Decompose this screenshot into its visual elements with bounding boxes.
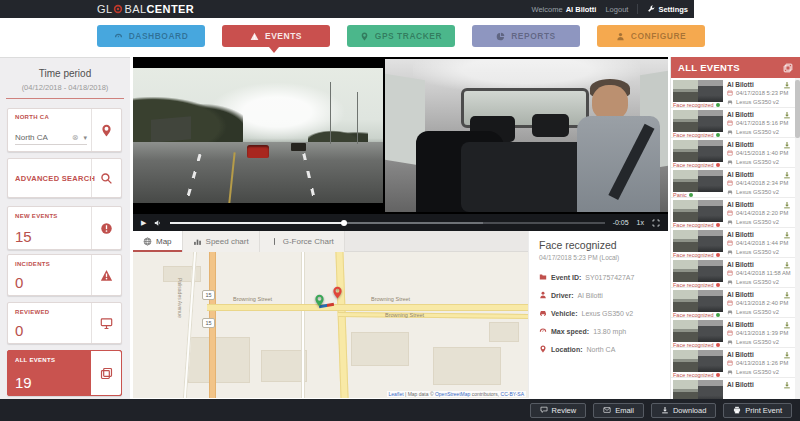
event-type-label: Face recognized [673, 312, 720, 318]
event-type-label: Face recognized [673, 102, 720, 108]
event-list-item[interactable]: Face recognizedAl Bilotti04/13/2018 2:40… [671, 288, 795, 318]
scrollbar-thumb[interactable] [795, 80, 800, 138]
playback-speed[interactable]: 1x [637, 219, 644, 226]
location-select[interactable]: North CA [15, 133, 87, 145]
event-datetime: 04/13/2018 1:39 PM [727, 330, 788, 336]
field-value: North CA [587, 346, 616, 353]
download-button[interactable]: Download [651, 403, 716, 418]
all-events-title: ALL EVENTS [678, 62, 740, 73]
event-type-label: Face recognized [673, 222, 720, 228]
tab-g-force-chart[interactable]: G-Force Chart [260, 231, 345, 252]
event-list-item[interactable]: Face recognizedAl Bilotti04/14/2018 11:5… [671, 258, 795, 288]
search-icon [100, 172, 113, 185]
car-icon [727, 189, 733, 195]
all-events-card[interactable]: ALL EVENTS 19 [7, 350, 122, 396]
download-icon[interactable] [783, 141, 791, 149]
nav-tab-configure[interactable]: CONFIGURE [597, 25, 705, 47]
download-icon[interactable] [783, 351, 791, 359]
settings-label: Settings [658, 5, 688, 14]
download-icon[interactable] [783, 321, 791, 329]
event-list-item[interactable]: Face recognizedAl Bilotti04/17/2018 5:23… [671, 78, 795, 108]
event-driver-name: Al Bilotti [727, 201, 754, 208]
route-shield: 15 [202, 290, 215, 300]
download-icon[interactable] [783, 291, 791, 299]
event-list-item[interactable]: PanicAl Bilotti04/14/2018 2:34 PMLexus G… [671, 168, 795, 198]
volume-icon[interactable] [154, 219, 162, 227]
nav-tab-gps-tracker[interactable]: GPS TRACKER [347, 25, 455, 47]
download-icon[interactable] [783, 81, 791, 89]
review-button[interactable]: Review [530, 403, 587, 418]
logout-link[interactable]: Logout [605, 5, 628, 14]
tab-speed-chart[interactable]: Speed chart [183, 231, 260, 252]
seek-handle[interactable] [341, 220, 347, 226]
download-icon[interactable] [783, 201, 791, 209]
detail-row-max-speed: Max speed 13.80 mph [539, 327, 666, 335]
nav-tab-reports[interactable]: REPORTS [472, 25, 580, 47]
field-value: 13.80 mph [593, 328, 626, 335]
calendar-icon [727, 360, 733, 366]
advanced-search-card[interactable]: ADVANCED SEARCH [7, 158, 122, 198]
rear-bench [461, 142, 594, 212]
thumb-road-pane [673, 200, 698, 222]
headrest [532, 114, 569, 137]
caret-down-icon[interactable] [83, 134, 87, 142]
download-icon[interactable] [783, 261, 791, 269]
osm-link[interactable]: OpenStreetMap [435, 391, 470, 397]
print-icon [733, 406, 741, 414]
nav-tab-dashboard[interactable]: DASHBOARD [97, 25, 205, 47]
card-icon-zone [91, 351, 121, 395]
event-vehicle: Lexus GS350 v2 [727, 309, 779, 315]
counter-value: 19 [15, 374, 32, 391]
nav-tab-label: DASHBOARD [129, 31, 189, 41]
download-icon[interactable] [783, 381, 791, 389]
status-dot-icon [716, 283, 720, 287]
event-list-item[interactable]: Face recognizedAl Bilotti04/13/2018 1:39… [671, 318, 795, 348]
settings-link[interactable]: Settings [647, 5, 688, 14]
status-dot-icon [716, 373, 720, 377]
nav-tab-events[interactable]: EVENTS [222, 25, 330, 47]
download-icon[interactable] [783, 171, 791, 179]
status-dot-icon [716, 163, 720, 167]
status-dot-icon [716, 253, 720, 257]
calendar-icon [727, 270, 733, 276]
event-list-item[interactable]: Face recognizedAl Bilotti04/14/2018 2:20… [671, 198, 795, 228]
event-thumbnail [673, 140, 723, 162]
car-icon [727, 309, 733, 315]
print-event-button[interactable]: Print Event [723, 403, 792, 418]
event-list-item[interactable]: Face recognizedAl Bilotti04/13/2018 1:26… [671, 348, 795, 378]
tab-label: G-Force Chart [283, 237, 334, 246]
events-scrollbar[interactable] [795, 78, 800, 421]
map-view[interactable]: 15 15 Browning Street Browning Street Br… [133, 252, 528, 398]
location-filter-card[interactable]: NORTH CA North CA [7, 108, 122, 152]
copy-icon[interactable] [783, 63, 793, 73]
email-button[interactable]: Email [593, 403, 644, 418]
event-vehicle: Lexus GS350 v2 [727, 129, 779, 135]
detail-row-vehicle: Vehicle Lexus GS350 v2 [539, 309, 666, 317]
new-events-card[interactable]: NEW EVENTS 15 [7, 206, 122, 250]
reviewed-card[interactable]: REVIEWED 0 [7, 302, 122, 344]
start-marker-pin-icon[interactable] [313, 294, 326, 307]
button-label: Review [552, 406, 577, 415]
map-attribution: Leaflet | Map data © OpenStreetMap contr… [387, 391, 526, 397]
event-vehicle: Lexus GS350 v2 [727, 99, 779, 105]
event-list-item[interactable]: Face recognizedAl Bilotti04/17/2018 5:16… [671, 108, 795, 138]
download-icon[interactable] [783, 231, 791, 239]
car-icon [727, 369, 733, 375]
event-list-item[interactable]: Face recognizedAl Bilotti04/14/2018 1:44… [671, 228, 795, 258]
thumb-cabin-pane [698, 320, 723, 342]
end-marker-pin-icon[interactable] [331, 286, 344, 299]
clear-selection-icon[interactable] [72, 133, 79, 142]
incidents-card[interactable]: INCIDENTS 0 [7, 254, 122, 296]
status-dot-icon [716, 103, 720, 107]
download-icon[interactable] [783, 111, 791, 119]
play-button[interactable]: ▶ [141, 219, 146, 226]
tab-map[interactable]: Map [133, 231, 183, 252]
email-icon [603, 406, 611, 414]
fullscreen-icon[interactable] [652, 219, 660, 227]
event-list-item[interactable]: Face recognizedAl Bilotti04/15/2018 1:40… [671, 138, 795, 168]
leaflet-link[interactable]: Leaflet [389, 391, 404, 397]
warning-triangle-icon [100, 269, 113, 282]
video-player[interactable] [133, 57, 668, 214]
seek-bar[interactable] [170, 222, 604, 224]
license-link[interactable]: CC-BY-SA [501, 391, 524, 397]
